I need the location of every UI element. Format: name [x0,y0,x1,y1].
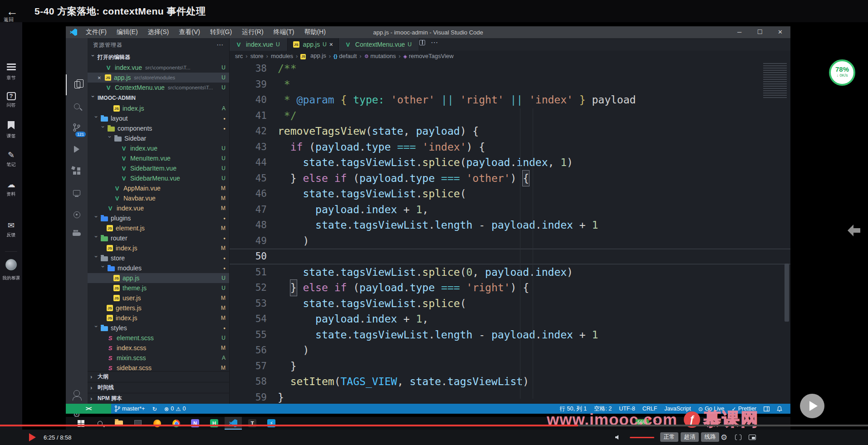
video-progress-bar[interactable] [0,425,868,426]
tree-file-app.js[interactable]: JSapp.jsU [88,273,229,283]
chrome-icon[interactable] [167,417,185,430]
status-JavaScript[interactable]: JavaScript [661,404,694,414]
taskbar-search-button[interactable] [91,417,108,430]
windows-start-button[interactable] [72,417,89,430]
tree-file-Navbar.vue[interactable]: VNavbar.vueM [88,193,229,203]
problems-item[interactable]: ⊗0 ⚠0 [161,404,190,414]
menu-编辑(E)[interactable]: 编辑(E) [113,28,142,36]
breadcrumb[interactable]: src›store›modules›JS app.js›{} default›⚙… [230,51,790,61]
status-CRLF[interactable]: CRLF [639,404,661,414]
section-大纲[interactable]: ›大纲 [88,371,230,382]
status-空格: 2[interactable]: 空格: 2 [590,404,615,414]
breadcrumb-item-app.js[interactable]: JS app.js [300,52,326,59]
tree-file-element.js[interactable]: JSelement.jsM [88,223,229,233]
tree-file-index.js[interactable]: JSindex.jsM [88,313,229,323]
maximize-button[interactable]: ☐ [750,26,770,38]
status-UTF-8[interactable]: UTF-8 [615,404,638,414]
sidebar-item-反馈[interactable]: ✉反馈 [0,221,22,238]
section-时间线[interactable]: ›时间线 [88,382,230,393]
sync-button[interactable]: ↻ [148,404,160,414]
project-root-section[interactable]: › IMOOC-ADMIN [88,93,229,103]
files-icon[interactable] [66,74,88,95]
green-h-app-icon[interactable]: H [206,417,223,430]
docker-icon[interactable] [66,224,88,245]
status-Prettier[interactable]: ✓Prettier [728,404,760,414]
tree-file-element.scss[interactable]: Selement.scssU [88,333,229,343]
minimap[interactable] [763,63,787,99]
vscode-taskbar-icon[interactable] [225,417,242,430]
open-editor-index.vue[interactable]: Vindex.vuesrc\components\T...U [88,63,229,73]
sidebar-item-章节[interactable]: 章节 [0,62,22,81]
close-button[interactable]: ✕ [770,26,790,38]
status-行 50, 列 1[interactable]: 行 50, 列 1 [556,404,591,414]
tree-file-AppMain.vue[interactable]: VAppMain.vueM [88,183,229,193]
remote-explorer-icon[interactable] [66,182,88,203]
sidebar-item-问答[interactable]: ?问答 [0,92,22,108]
tree-folder-store[interactable]: ›store● [88,253,229,263]
source-control-icon[interactable]: 121 [66,117,88,138]
open-editor-app.js[interactable]: ×JSapp.jssrc\store\modulesU [88,73,229,83]
avatar[interactable] [5,259,17,270]
editor-scrollbar[interactable] [785,264,789,322]
sidebar-item-笔记[interactable]: ✎笔记 [0,151,22,168]
sidebar-item-课签[interactable]: 课签 [0,121,22,139]
kubernetes-icon[interactable] [66,204,88,225]
status-Go Live[interactable]: ⊙Go Live [695,404,728,414]
tree-file-SidebarMenu.vue[interactable]: VSidebarMenu.vueU [88,173,229,183]
tree-file-MenuItem.vue[interactable]: VMenuItem.vueU [88,153,229,163]
extensions-icon[interactable] [66,161,88,181]
breadcrumb-item-modules[interactable]: modules [271,53,293,59]
t-app-icon[interactable]: T [244,417,261,430]
collapse-panel-arrow-icon[interactable] [846,224,862,239]
tab-app.js[interactable]: JSapp.jsU× [288,38,339,51]
search-icon[interactable] [66,96,88,117]
quality-button-线路[interactable]: 线路 [701,432,719,442]
open-editors-section[interactable]: › 打开的编辑器 [88,52,229,63]
quality-button-超清[interactable]: 超清 [681,432,699,442]
breadcrumb-item-removeTagsView[interactable]: ◈ removeTagsView [403,53,454,59]
volume-icon[interactable] [615,435,618,440]
menu-选择(S)[interactable]: 选择(S) [144,28,173,36]
breadcrumb-item-default[interactable]: {} default [333,53,357,59]
play-button[interactable] [29,433,36,441]
menu-运行(R)[interactable]: 运行(R) [238,28,267,36]
tree-folder-Sidebar[interactable]: ›Sidebar [88,133,229,143]
tree-file-index.js[interactable]: JSindex.jsA [88,103,229,113]
open-editor-ContextMenu.vue[interactable]: VContextMenu.vuesrc\components\T...U [88,83,229,93]
split-editor-icon[interactable] [419,40,425,45]
git-branch-item[interactable]: master*+ [111,404,148,414]
run-debug-icon[interactable] [66,139,88,160]
tree-file-getters.js[interactable]: JSgetters.jsM [88,303,229,313]
breadcrumb-item-mutations[interactable]: ⚙ mutations [364,53,396,59]
close-icon[interactable]: × [98,74,104,81]
tab-ContextMenu.vue[interactable]: VContextMenu.vueU [339,38,419,51]
tree-folder-router[interactable]: ›router● [88,233,229,243]
blue-bolt-app-icon[interactable]: ⚡ [263,417,280,430]
theater-mode-icon[interactable] [749,435,756,440]
more-actions-icon[interactable]: ⋯ [431,38,438,47]
close-icon[interactable]: × [329,41,333,48]
player-settings-icon[interactable]: ⚙ [721,433,727,442]
app-window-icon[interactable] [129,417,147,430]
volume-slider[interactable] [630,437,654,438]
fullscreen-icon[interactable] [735,435,741,440]
tree-file-user.js[interactable]: JSuser.jsM [88,293,229,303]
remote-indicator[interactable]: >< [66,404,111,414]
breadcrumb-item-src[interactable]: src [235,53,243,59]
purple-n-app-icon[interactable]: N [186,417,204,430]
tree-folder-layout[interactable]: ›layout● [88,113,229,123]
tree-file-index.js[interactable]: JSindex.jsM [88,243,229,253]
account-icon[interactable] [66,383,88,404]
more-actions-icon[interactable]: ⋯ [216,41,224,49]
tree-file-theme.js[interactable]: JStheme.jsU [88,283,229,293]
breadcrumb-item-store[interactable]: store [250,53,264,59]
section-NPM 脚本[interactable]: ›NPM 脚本 [88,393,230,404]
menu-文件(F)[interactable]: 文件(F) [82,28,111,36]
tree-folder-styles[interactable]: ›styles● [88,323,229,333]
tree-folder-plugins[interactable]: ›plugins● [88,213,229,223]
big-play-button[interactable] [800,394,824,418]
tree-file-SidebarItem.vue[interactable]: VSidebarItem.vueU [88,163,229,173]
sidebar-item-my-imooc[interactable]: 我的慕课 [1,275,21,281]
menu-终端(T)[interactable]: 终端(T) [270,28,299,36]
tab-index.vue[interactable]: Vindex.vueU [230,38,288,51]
